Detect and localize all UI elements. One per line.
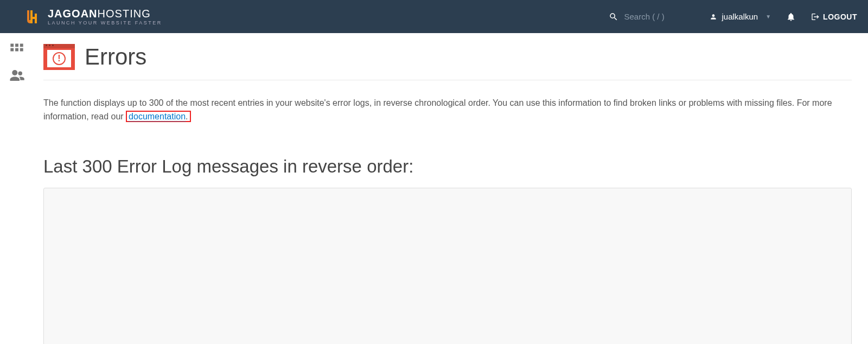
logout-button[interactable]: LOGOUT [811, 12, 857, 21]
sidebar [0, 33, 34, 344]
page-title: Errors [85, 44, 146, 70]
logo-main-light: HOSTING [98, 8, 151, 20]
search-wrap [609, 12, 694, 22]
svg-point-7 [18, 72, 23, 76]
top-header: JAGOANHOSTING LAUNCH YOUR WEBSITE FASTER… [0, 0, 868, 33]
sidebar-item-users[interactable] [9, 69, 25, 82]
body-layout: ! Errors The function displays up to 300… [0, 33, 868, 344]
sidebar-item-apps[interactable] [9, 43, 25, 56]
search-icon[interactable] [609, 12, 618, 22]
logo-text: JAGOANHOSTING LAUNCH YOUR WEBSITE FASTER [48, 8, 162, 26]
notifications-icon[interactable] [786, 12, 796, 22]
description-text-after: . [186, 112, 188, 121]
warning-icon: ! [53, 52, 66, 65]
highlight-box: documentation. [126, 111, 190, 122]
logo-icon [22, 6, 43, 28]
logout-icon [811, 12, 820, 21]
documentation-link[interactable]: documentation [129, 112, 186, 122]
svg-rect-3 [10, 48, 14, 52]
svg-point-6 [12, 70, 17, 75]
logo-tagline: LAUNCH YOUR WEBSITE FASTER [48, 21, 162, 26]
svg-rect-0 [10, 44, 14, 47]
svg-rect-4 [15, 48, 18, 52]
search-input[interactable] [624, 12, 694, 21]
page-header: ! Errors [43, 44, 852, 80]
svg-rect-5 [20, 48, 23, 52]
svg-rect-1 [15, 44, 18, 47]
username: jualkalkun [722, 12, 758, 21]
header-right: jualkalkun ▼ LOGOUT [609, 12, 857, 22]
svg-rect-2 [20, 44, 23, 47]
logo-main-bold: JAGOAN [48, 8, 98, 20]
user-menu[interactable]: jualkalkun ▼ [710, 12, 771, 21]
page-description: The function displays up to 300 of the m… [43, 97, 852, 124]
caret-down-icon: ▼ [765, 14, 771, 20]
user-icon [710, 13, 717, 21]
logo[interactable]: JAGOANHOSTING LAUNCH YOUR WEBSITE FASTER [22, 6, 162, 28]
main-content: ! Errors The function displays up to 300… [34, 33, 868, 344]
logout-label: LOGOUT [823, 12, 857, 21]
page-icon: ! [43, 44, 75, 70]
error-log-box [43, 188, 852, 344]
section-heading: Last 300 Error Log messages in reverse o… [43, 156, 852, 177]
